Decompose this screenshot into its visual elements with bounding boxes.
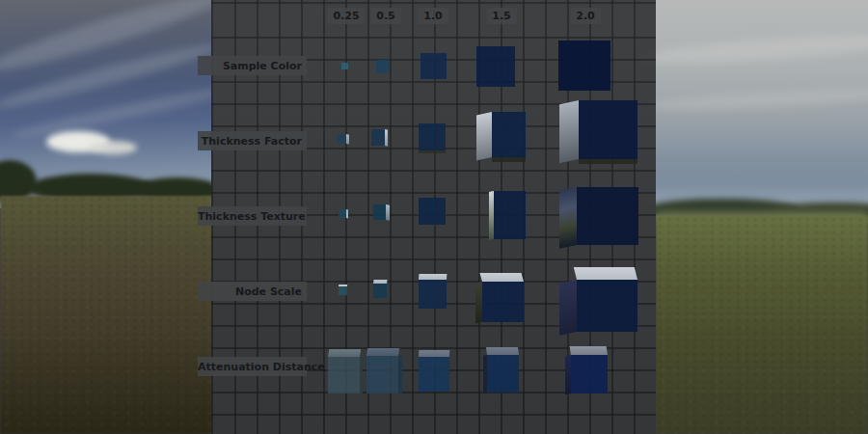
cube-face-front: [419, 123, 446, 150]
cube-face-side: [346, 134, 349, 145]
cube-face-front: [419, 357, 449, 392]
cube-face-front: [371, 129, 385, 146]
row-label: Node Scale: [198, 282, 307, 301]
cube-face-side: [360, 357, 363, 394]
cube-face-top: [419, 350, 449, 357]
cube-face-front: [577, 187, 638, 245]
cube-face-side: [476, 112, 492, 160]
grass-field-left: [0, 196, 212, 434]
cube-face-side: [559, 280, 577, 336]
row-label: Attenuation Distance: [198, 357, 307, 376]
cloud: [89, 141, 137, 154]
cube-face-front: [419, 198, 446, 225]
cube-face-front: [492, 112, 526, 157]
cube-face-front: [366, 356, 398, 393]
cube-face-side: [559, 100, 579, 163]
cube-face-front: [420, 53, 447, 79]
grass-field-right: [656, 216, 868, 434]
column-header: 1.5: [486, 8, 517, 24]
cube-face-front: [558, 41, 610, 91]
column-header: 2.0: [570, 8, 601, 24]
column-header: 0.25: [327, 8, 365, 24]
cube-face-front: [376, 60, 390, 73]
column-header: 0.5: [370, 8, 401, 24]
cube-face-front: [494, 191, 526, 239]
cube-face-side: [475, 282, 482, 323]
cube-face-top: [570, 346, 608, 355]
cube-face-top: [479, 273, 524, 282]
cube-face-side: [398, 356, 402, 394]
cube-face-side: [386, 204, 390, 221]
cube-face-front: [476, 46, 515, 87]
cube-face-front: [339, 209, 346, 218]
cube-face-top: [328, 349, 361, 357]
cube-face-side: [385, 129, 388, 147]
cube-face-front: [482, 282, 524, 322]
row-label: Sample Color: [198, 56, 307, 75]
cube-face-front: [341, 63, 348, 69]
cube-face-top: [366, 348, 399, 356]
cube-face-side: [346, 209, 348, 218]
column-header: 1.0: [418, 8, 448, 24]
row-label: Thickness Texture: [198, 206, 307, 226]
cube-face-front: [328, 357, 360, 393]
cube-face-front: [419, 280, 447, 309]
cube-face-front: [571, 355, 608, 393]
cube-face-front: [579, 100, 637, 159]
cube-face-front: [338, 134, 346, 144]
cube-face-top: [574, 267, 637, 280]
cube-face-front: [339, 286, 347, 295]
cube-face-front: [373, 284, 387, 298]
cube-face-front: [577, 280, 637, 332]
cube-face-front: [487, 355, 519, 393]
render-viewport[interactable]: 0.250.51.01.52.0Sample ColorThickness Fa…: [0, 0, 868, 434]
cube-face-top: [486, 347, 519, 355]
row-label: Thickness Factor: [198, 131, 307, 150]
cube-face-side: [559, 187, 577, 249]
cube-face-front: [373, 204, 386, 220]
